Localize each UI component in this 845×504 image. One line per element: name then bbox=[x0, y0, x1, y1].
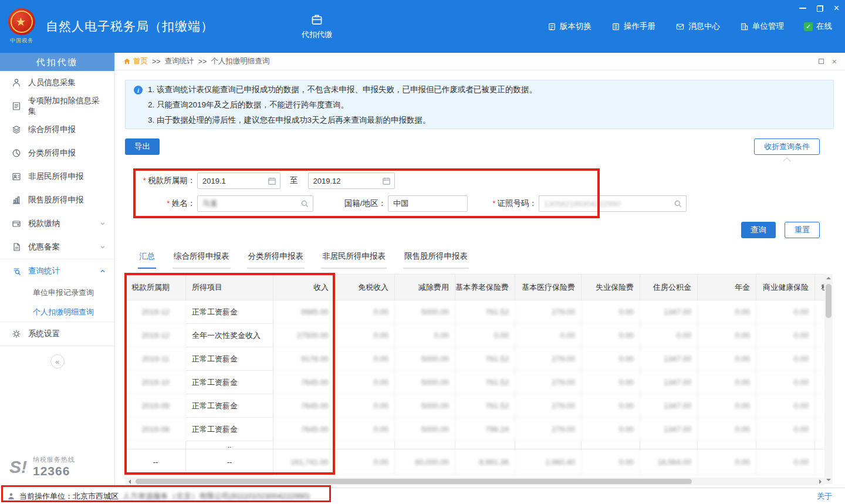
table-cell: 0.00 bbox=[582, 418, 640, 441]
scroll-up-icon[interactable] bbox=[824, 274, 833, 282]
sidebar-subitem-label: 个人扣缴明细查询 bbox=[33, 307, 94, 317]
nav-label: 在线 bbox=[816, 21, 832, 32]
scroll-left-icon[interactable] bbox=[125, 478, 134, 485]
sidebar-subitem-label: 单位申报记录查询 bbox=[33, 287, 94, 298]
nav-online-status[interactable]: ✓ 在线 bbox=[804, 21, 832, 32]
current-unit-name: 人力资源服务（北京）有限公司(911101023004222990) bbox=[123, 491, 310, 502]
summary-table: 税款所属期所得项目收入免税收入减除费用基本养老保险费基本医疗保险费失业保险费住房… bbox=[125, 274, 824, 475]
sidebar-item-tax-payment[interactable]: 税款缴纳 bbox=[0, 212, 114, 235]
table-row[interactable]: .. bbox=[126, 441, 824, 449]
nationality-input[interactable]: 中国 bbox=[388, 195, 468, 212]
sidebar-item-nonresident-income[interactable]: 非居民所得申报 bbox=[0, 165, 114, 188]
table-cell: 27500.00 bbox=[273, 324, 335, 347]
calendar-icon[interactable] bbox=[268, 177, 276, 185]
table-header: 税款所属期所得项目收入免税收入减除费用基本养老保险费基本医疗保险费失业保险费住房… bbox=[126, 275, 824, 300]
close-icon[interactable]: × bbox=[834, 4, 839, 13]
national-emblem-icon: ★ bbox=[8, 8, 35, 35]
vertical-scrollbar[interactable] bbox=[824, 274, 833, 484]
tax-bureau-logo: ★ 中国税务 bbox=[6, 8, 38, 45]
table-row[interactable]: 2019-10正常工资薪金7645.000.005000.00761.52279… bbox=[126, 371, 824, 394]
to-label: 至 bbox=[290, 175, 298, 186]
nav-label: 版本切换 bbox=[560, 21, 592, 32]
vertical-scroll-thumb[interactable] bbox=[826, 284, 832, 318]
sidebar-item-classified-income[interactable]: 分类所得申报 bbox=[0, 141, 114, 165]
app-window: ★ 中国税务 自然人电子税务局（扣缴端） 代扣代缴 版本切换 bbox=[0, 0, 845, 504]
breadcrumb: 首页 >> 查询统计 >> 个人扣缴明细查询 × bbox=[115, 53, 845, 70]
table-cell: .. bbox=[186, 441, 273, 449]
table-cell: 0.00 bbox=[335, 324, 395, 347]
sidebar-item-system-settings[interactable]: 系统设置 bbox=[0, 322, 114, 346]
calendar-icon[interactable] bbox=[382, 177, 391, 185]
nav-manual[interactable]: 操作手册 bbox=[611, 21, 655, 32]
name-input[interactable]: 马某 bbox=[197, 195, 313, 212]
sidebar-item-restricted-shares[interactable]: 限售股所得申报 bbox=[0, 188, 114, 212]
tab-nonresident-income-return[interactable]: 非居民所得申报表 bbox=[321, 251, 387, 269]
sidebar-item-preferential-filing[interactable]: 优惠备案 bbox=[0, 235, 114, 259]
table-cell: 正常工资薪金 bbox=[186, 347, 273, 371]
notice-line: 1. 该查询统计表仅能查询已申报成功的数据，不包含未申报、申报失败，已申报但已作… bbox=[148, 82, 537, 97]
breadcrumb-home-link[interactable]: 首页 bbox=[123, 56, 148, 66]
required-asterisk: * bbox=[492, 199, 495, 208]
search-icon[interactable] bbox=[674, 199, 682, 208]
export-button[interactable]: 导出 bbox=[125, 138, 160, 155]
tab-classified-income-return[interactable]: 分类所得申报表 bbox=[247, 251, 305, 269]
tab-withholding-module[interactable]: 代扣代缴 bbox=[302, 13, 332, 40]
scroll-right-icon[interactable] bbox=[816, 478, 824, 485]
table-cell bbox=[126, 441, 186, 449]
sidebar-item-label: 优惠备案 bbox=[28, 242, 60, 252]
sidebar-item-label: 人员信息采集 bbox=[28, 77, 76, 88]
table-row[interactable]: 2019-11正常工资薪金9178.000.005000.00761.52279… bbox=[126, 347, 824, 371]
nav-message-center[interactable]: 消息中心 bbox=[675, 21, 720, 32]
collapse-query-button[interactable]: 收折查询条件 bbox=[754, 138, 820, 155]
sidebar-item-comprehensive-income[interactable]: 综合所得申报 bbox=[0, 118, 114, 141]
table-cell: 161,741.00 bbox=[273, 449, 335, 475]
reset-button[interactable]: 重置 bbox=[785, 222, 820, 238]
panel-close-icon[interactable]: × bbox=[832, 57, 837, 66]
table-cell bbox=[395, 441, 455, 449]
table-cell: 0.00 bbox=[455, 324, 515, 347]
table-cell: 0.00 bbox=[335, 394, 395, 418]
horizontal-scroll-thumb[interactable] bbox=[136, 479, 692, 484]
period-label: 税款所属期： bbox=[148, 176, 195, 185]
sidebar-item-special-deduction[interactable]: 专项附加扣除信息采集 bbox=[0, 94, 114, 118]
sidebar-collapse-button[interactable]: « bbox=[50, 354, 65, 368]
table-cell: 5000.00 bbox=[395, 300, 455, 324]
horizontal-scrollbar[interactable] bbox=[125, 478, 824, 485]
sidebar-subitem-personal-withholding-detail[interactable]: 个人扣缴明细查询 bbox=[0, 302, 114, 322]
tab-summary[interactable]: 汇总 bbox=[138, 251, 156, 269]
tab-comprehensive-income-return[interactable]: 综合所得申报表 bbox=[173, 251, 231, 269]
table-row[interactable]: 2019-09正常工资薪金7645.000.005000.00761.52279… bbox=[126, 394, 824, 418]
user-icon bbox=[7, 492, 15, 500]
toolbar: 导出 收折查询条件 bbox=[125, 138, 834, 155]
home-icon bbox=[123, 57, 131, 65]
notice-line: 3. 由于数据处理的滞后性，建议您在申报成功3天之后再来查询最新的申报数据。 bbox=[148, 113, 537, 128]
sidebar-item-personnel-info[interactable]: 人员信息采集 bbox=[0, 71, 114, 94]
query-button[interactable]: 查询 bbox=[741, 222, 776, 238]
search-icon[interactable] bbox=[300, 199, 309, 208]
period-start-value: 2019.1 bbox=[202, 177, 226, 185]
scroll-down-icon[interactable] bbox=[824, 476, 833, 484]
table-total-row[interactable]: ----161,741.000.0060,000.008,991.362,960… bbox=[126, 449, 824, 475]
table-cell: 0.00 bbox=[698, 418, 756, 441]
id-number-input[interactable]: 130582199304222990 bbox=[539, 195, 687, 212]
period-end-input[interactable]: 2019.12 bbox=[308, 172, 395, 189]
nav-version-switch[interactable]: 版本切换 bbox=[547, 21, 592, 32]
about-link[interactable]: 关于 bbox=[817, 491, 832, 502]
top-bar: ★ 中国税务 自然人电子税务局（扣缴端） 代扣代缴 版本切换 bbox=[0, 0, 845, 53]
table-row[interactable]: 2019-12全年一次性奖金收入27500.000.000.000.000.00… bbox=[126, 324, 824, 347]
table-cell: 0.00 bbox=[335, 449, 395, 475]
panel-restore-icon[interactable] bbox=[819, 59, 824, 64]
sidebar-item-query-statistics[interactable]: 查询统计 bbox=[0, 259, 114, 283]
table-cell: 5000.00 bbox=[395, 394, 455, 418]
period-start-input[interactable]: 2019.1 bbox=[197, 172, 280, 189]
minimize-icon[interactable] bbox=[799, 8, 806, 9]
tab-restricted-shares-return[interactable]: 限售股所得申报表 bbox=[403, 251, 469, 269]
restore-icon[interactable] bbox=[817, 5, 823, 12]
breadcrumb-level2: 个人扣缴明细查询 bbox=[211, 56, 269, 66]
table-cell: 798.24 bbox=[455, 418, 515, 441]
table-row[interactable]: 2019-12正常工资薪金9985.000.005000.00761.52279… bbox=[126, 300, 824, 324]
table-row[interactable]: 2019-08正常工资薪金7645.000.005000.00798.24279… bbox=[126, 418, 824, 441]
sidebar-subitem-unit-declaration-records[interactable]: 单位申报记录查询 bbox=[0, 283, 114, 302]
breadcrumb-separator: >> bbox=[198, 57, 207, 66]
nav-unit-management[interactable]: 单位管理 bbox=[740, 21, 784, 32]
